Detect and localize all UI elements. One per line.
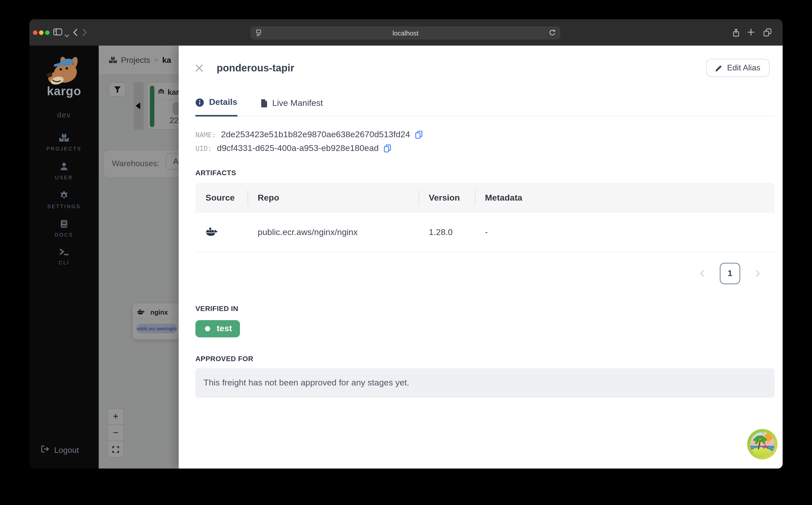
freight-name-row: NAME: 2de253423e51b1b82e9870ae638e2670d5… <box>195 128 783 141</box>
main-content: Projects > ka karg 22 <box>99 45 783 469</box>
artifacts-section-label: ARTIFACTS <box>195 169 783 177</box>
browser-titlebar: localhost <box>29 19 783 45</box>
traffic-minimize-button[interactable] <box>39 30 43 35</box>
verified-stage-badge[interactable]: test <box>195 320 240 337</box>
gear-icon <box>60 191 68 202</box>
artifact-metadata: - <box>475 227 775 237</box>
traffic-zoom-button[interactable] <box>45 30 50 35</box>
artifact-row[interactable]: public.ecr.aws/nginx/nginx 1.28.0 - <box>195 213 775 252</box>
artifact-version: 1.28.0 <box>419 227 475 237</box>
tropical-island-badge[interactable] <box>747 429 778 460</box>
artifacts-pagination: 1 <box>179 263 760 284</box>
tab-details[interactable]: Details <box>195 97 237 117</box>
stage-seal-icon <box>204 325 212 333</box>
approved-for-label: APPROVED FOR <box>195 355 783 363</box>
info-circle-icon <box>195 98 204 107</box>
copy-uid-icon[interactable] <box>384 144 391 152</box>
freight-name-value: 2de253423e51b1b82e9870ae638e2670d513fd24 <box>221 129 410 140</box>
prev-page-icon[interactable] <box>700 270 705 278</box>
copy-name-icon[interactable] <box>415 131 423 139</box>
app-name: kargo <box>47 85 81 97</box>
back-button[interactable] <box>73 28 78 38</box>
projects-icon <box>59 134 69 144</box>
file-icon <box>261 99 267 108</box>
terminal-icon <box>59 248 69 258</box>
sidebar-item-user[interactable]: USER <box>55 162 73 180</box>
freight-uid-value: d9cf4331-d625-400a-a953-eb928e180ead <box>217 143 379 153</box>
verified-in-label: VERIFIED IN <box>195 304 783 313</box>
address-bar[interactable]: localhost <box>251 26 560 39</box>
sidebar-item-docs[interactable]: DOCS <box>55 220 73 237</box>
book-icon <box>60 220 68 230</box>
artifact-repo: public.ecr.aws/nginx/nginx <box>248 227 419 237</box>
url-text: localhost <box>392 29 419 37</box>
forward-button[interactable] <box>82 28 87 38</box>
freight-alias-title: ponderous-tapir <box>217 62 294 74</box>
artifacts-table-header: Source Repo Version Metadata <box>195 183 775 213</box>
kargo-logo <box>44 56 84 85</box>
docker-image-icon <box>206 226 218 238</box>
sidebar: kargo dev PROJECTS USER <box>29 45 99 469</box>
page-number-button[interactable]: 1 <box>720 263 740 284</box>
freight-uid-row: UID: d9cf4331-d625-400a-a953-eb928e180ea… <box>195 141 783 155</box>
user-icon <box>60 162 68 173</box>
logout-icon <box>41 445 50 455</box>
sidebar-item-cli[interactable]: CLI <box>58 248 69 266</box>
browser-window: localhost <box>29 19 783 469</box>
tab-overview-icon[interactable] <box>763 28 772 38</box>
new-tab-icon[interactable] <box>747 28 755 38</box>
tab-live-manifest[interactable]: Live Manifest <box>261 98 323 116</box>
reader-icon <box>255 29 262 38</box>
pencil-icon <box>715 64 723 71</box>
approved-for-empty-message: This freight has not been approved for a… <box>195 368 775 397</box>
drawer-tabs: Details Live Manifest <box>195 97 775 117</box>
sidebar-item-settings[interactable]: SETTINGS <box>47 191 81 209</box>
traffic-close-button[interactable] <box>33 30 37 35</box>
sidebar-item-projects[interactable]: PROJECTS <box>47 134 82 151</box>
refresh-icon[interactable] <box>548 29 556 38</box>
logout-button[interactable]: Logout <box>41 445 79 455</box>
chevron-down-icon[interactable] <box>64 30 69 39</box>
next-page-icon[interactable] <box>755 270 760 278</box>
artifacts-table: Source Repo Version Metadata public.ecr.… <box>195 183 775 252</box>
share-icon[interactable] <box>732 28 740 39</box>
edit-alias-button[interactable]: Edit Alias <box>706 59 770 77</box>
close-icon[interactable] <box>195 64 203 72</box>
environment-label: dev <box>57 111 71 119</box>
sidebar-toggle-icon[interactable] <box>53 28 62 37</box>
freight-details-drawer: ponderous-tapir Edit Alias Details Live … <box>179 45 783 469</box>
